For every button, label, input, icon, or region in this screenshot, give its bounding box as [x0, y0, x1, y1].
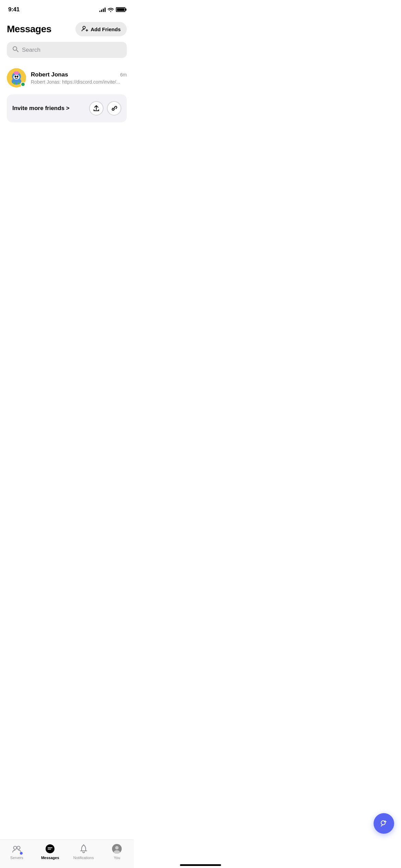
share-button[interactable] — [89, 101, 104, 116]
svg-point-5 — [13, 75, 20, 80]
message-time: 6m — [120, 72, 127, 77]
contact-name: Robert Jonas — [31, 71, 68, 78]
share-icon — [93, 105, 100, 112]
page-title: Messages — [7, 24, 51, 35]
status-bar: 9:41 — [0, 0, 134, 16]
online-status-dot — [21, 82, 25, 87]
message-preview: Robert Jonas: https://discord.com/invite… — [31, 79, 127, 85]
message-item[interactable]: Robert Jonas 6m Robert Jonas: https://di… — [7, 65, 127, 91]
page-header: Messages Add Friends — [0, 16, 134, 42]
battery-icon — [116, 7, 125, 12]
copy-link-button[interactable] — [107, 101, 121, 116]
invite-card[interactable]: Invite more friends > — [7, 94, 127, 122]
add-friends-icon — [82, 25, 88, 33]
message-header-row: Robert Jonas 6m — [31, 71, 127, 78]
svg-point-1 — [13, 47, 17, 50]
invite-actions — [89, 101, 121, 116]
add-friends-label: Add Friends — [90, 26, 121, 32]
status-icons — [99, 7, 125, 12]
add-friends-button[interactable]: Add Friends — [75, 22, 127, 36]
svg-point-0 — [83, 26, 85, 29]
svg-point-11 — [17, 82, 20, 84]
link-icon — [111, 105, 118, 112]
wifi-icon — [108, 7, 114, 12]
svg-point-10 — [13, 82, 15, 84]
search-icon — [12, 46, 19, 54]
search-placeholder: Search — [22, 47, 40, 53]
search-bar[interactable]: Search — [7, 42, 127, 58]
svg-point-6 — [15, 76, 16, 77]
avatar-wrap — [7, 68, 26, 87]
svg-point-7 — [17, 76, 19, 77]
status-time: 9:41 — [8, 6, 20, 13]
invite-text: Invite more friends > — [12, 105, 70, 112]
signal-icon — [99, 7, 106, 12]
message-list: Robert Jonas 6m Robert Jonas: https://di… — [0, 65, 134, 91]
search-container: Search — [0, 42, 134, 65]
message-content: Robert Jonas 6m Robert Jonas: https://di… — [31, 71, 127, 85]
svg-rect-9 — [14, 72, 19, 73]
